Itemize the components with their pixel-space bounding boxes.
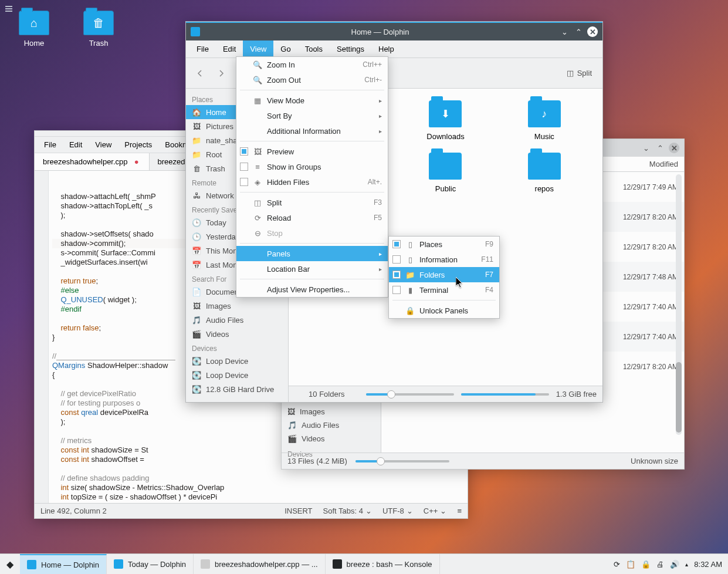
menu-zoom-out[interactable]: 🔍Zoom OutCtrl+- (236, 72, 388, 87)
editor-menu-edit[interactable]: Edit (63, 140, 88, 149)
nav-back-button[interactable] (191, 64, 209, 83)
scrollbar-thumb[interactable] (676, 362, 682, 433)
close-button[interactable]: ✕ (587, 26, 598, 37)
clipboard-icon[interactable]: 📋 (626, 560, 635, 569)
slider-thumb[interactable] (387, 390, 395, 399)
sidebar-item-audio[interactable]: 🎵Audio Files (186, 313, 288, 327)
split-view-button[interactable]: ◫ Split (561, 64, 598, 83)
language[interactable]: C++⌄ (424, 507, 447, 515)
printer-icon[interactable]: 🖨 (656, 560, 664, 569)
editor-menu-file[interactable]: File (38, 140, 62, 149)
menu-reload[interactable]: ⟳ReloadF5 (236, 210, 388, 225)
menu-tools[interactable]: Tools (298, 40, 330, 58)
insert-mode[interactable]: INSERT (285, 507, 312, 515)
encoding[interactable]: UTF-8⌄ (382, 507, 413, 515)
menu-additional-info[interactable]: Additional Information▸ (236, 123, 388, 139)
menu-panels[interactable]: Panels▸ (236, 246, 388, 261)
menu-go[interactable]: Go (273, 40, 297, 58)
editor-menu-projects[interactable]: Projects (118, 140, 158, 149)
nav-forward-button[interactable] (212, 64, 231, 83)
minimize-button[interactable]: ⌄ (641, 143, 651, 153)
chevron-right-icon: ▸ (379, 251, 382, 257)
menu-location-bar[interactable]: Location Bar▸ (236, 261, 388, 276)
trash-icon: 🗑 (192, 164, 201, 173)
panels-submenu: ▯PlacesF9 ▯InformationF11 📁FoldersF7 ▮Te… (388, 236, 500, 319)
image-icon: 🖼 (192, 301, 201, 310)
info-icon: ▯ (405, 255, 415, 264)
taskbar-task[interactable]: Today — Dolphin (107, 554, 194, 574)
folder-public[interactable]: Public (399, 153, 492, 193)
checkbox-icon (392, 286, 401, 294)
desktop-icon-home[interactable]: ⌂ Home (11, 11, 57, 48)
submenu-information[interactable]: ▯InformationF11 (389, 252, 499, 267)
editor-tab[interactable]: breezeshadowhelper.cpp ● (35, 153, 150, 170)
hidden-icon: ◈ (253, 178, 262, 187)
titlebar[interactable]: Home — Dolphin ⌄ ⌃ ✕ (186, 23, 602, 40)
close-button[interactable]: ✕ (669, 143, 679, 153)
desktop-icon-label: Trash (75, 39, 122, 48)
sidebar-item-device[interactable]: 💽Loop Device (186, 368, 288, 382)
folder-downloads[interactable]: ⬇Downloads (399, 100, 492, 141)
folder-music[interactable]: ♪Music (498, 100, 591, 141)
maximize-button[interactable]: ⌃ (655, 143, 665, 153)
disk-icon: 💽 (192, 356, 201, 366)
sidebar-item[interactable]: 🎬Videos (282, 432, 381, 445)
submenu-terminal[interactable]: ▮TerminalF4 (389, 282, 499, 298)
clock[interactable]: 8:32 AM (694, 560, 722, 569)
hamburger-icon[interactable]: ≡ (457, 507, 462, 515)
menu-zoom-in[interactable]: 🔍Zoom InCtrl++ (236, 57, 388, 72)
menu-edit[interactable]: Edit (216, 40, 243, 58)
volume-icon[interactable]: 🔊 (670, 560, 679, 569)
zoom-slider[interactable] (355, 460, 449, 462)
column-modified[interactable]: Modified (649, 160, 678, 168)
tray-expand-icon[interactable]: ▴ (685, 561, 688, 568)
submenu-folders[interactable]: 📁FoldersF7 (389, 267, 499, 282)
split-label: Split (577, 69, 592, 77)
audio-icon: 🎵 (287, 421, 297, 430)
lock-icon[interactable]: 🔒 (641, 560, 651, 569)
statusbar: 13 Files (4.2 MiB) Unknown size (282, 453, 684, 469)
menu-view-mode[interactable]: ▦View Mode▸ (236, 93, 388, 108)
menu-show-groups[interactable]: ≡Show in Groups (236, 159, 388, 174)
folder-repos[interactable]: repos (498, 153, 591, 193)
zoom-slider[interactable] (366, 393, 454, 396)
editor-menu-view[interactable]: View (89, 140, 117, 149)
sidebar-item-device[interactable]: 💽Loop Device (186, 354, 288, 368)
menu-sort-by[interactable]: Sort By▸ (236, 108, 388, 123)
menu-help[interactable]: Help (371, 40, 401, 58)
menu-preview[interactable]: 🖼Preview (236, 144, 388, 159)
sidebar-item-videos[interactable]: 🎬Videos (186, 327, 288, 341)
desktop-icon-trash[interactable]: 🗑 Trash (75, 11, 122, 48)
taskbar-task[interactable]: breezeshadowhelper.cpp — ... (194, 554, 326, 574)
terminal-icon: ▮ (405, 286, 415, 295)
editor-icon (201, 559, 210, 569)
folder-icon (191, 27, 200, 36)
sidebar-item-images[interactable]: 🖼Images (186, 299, 288, 313)
desktop-icon-label: Home (11, 39, 57, 48)
sidebar-item-device[interactable]: 💽12.8 GiB Hard Drive (186, 382, 288, 396)
app-launcher-button[interactable]: ◆ (0, 554, 20, 574)
menu-view[interactable]: View (243, 40, 273, 58)
view-menu: 🔍Zoom InCtrl++ 🔍Zoom OutCtrl+- ▦View Mod… (236, 56, 388, 298)
submenu-places[interactable]: ▯PlacesF9 (389, 237, 499, 252)
minimize-button[interactable]: ⌄ (559, 26, 570, 37)
sidebar-item[interactable]: 🎵Audio Files (282, 418, 381, 432)
submenu-unlock[interactable]: 🔒Unlock Panels (389, 303, 499, 318)
video-icon: 🎬 (192, 329, 201, 339)
update-icon[interactable]: ⟳ (614, 560, 620, 569)
menu-file[interactable]: File (189, 40, 216, 58)
menu-hidden-files[interactable]: ◈Hidden FilesAlt+. (236, 174, 388, 190)
menu-settings[interactable]: Settings (330, 40, 371, 58)
menu-split[interactable]: ◫SplitF3 (236, 195, 388, 210)
close-icon[interactable]: ● (133, 158, 141, 166)
chevron-right-icon: ▸ (379, 128, 382, 134)
taskbar-task[interactable]: breeze : bash — Konsole (326, 554, 440, 574)
scrollbar[interactable] (676, 174, 682, 435)
taskbar-task[interactable]: Home — Dolphin (20, 554, 107, 574)
maximize-button[interactable]: ⌃ (573, 26, 584, 37)
sidebar-item[interactable]: 🖼Images (282, 405, 381, 418)
menu-adjust-properties[interactable]: Adjust View Properties... (236, 282, 388, 297)
menu-stop: ⊖Stop (236, 225, 388, 241)
disk-icon: 💽 (192, 384, 201, 394)
tabs-mode[interactable]: Soft Tabs: 4⌄ (323, 507, 372, 515)
